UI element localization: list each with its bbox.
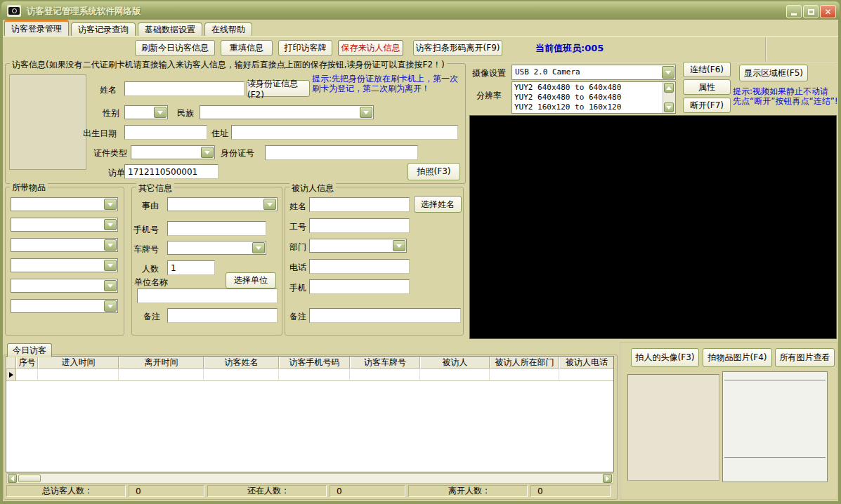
visited-phone-input[interactable] (309, 259, 410, 274)
plate-label: 车牌号 (133, 244, 159, 256)
chevron-down-icon (104, 260, 117, 271)
menu-tab-3[interactable]: 基础数据设置 (138, 22, 202, 36)
duty-officer-label: 当前值班员:005 (535, 42, 604, 55)
camera-device-select[interactable]: USB 2.0 Camera (511, 65, 676, 80)
resolution-option[interactable]: YUY2 640x480 to 640x480 (514, 93, 673, 102)
resolution-option[interactable]: YUY2 640x480 to 640x480 (514, 83, 673, 93)
table-horizontal-scrollbar[interactable] (6, 473, 613, 484)
birthdate-input[interactable] (124, 125, 207, 140)
nation-select[interactable] (200, 105, 374, 119)
column-header-5[interactable]: 访客手机号码 (279, 357, 350, 369)
plate-select[interactable] (167, 241, 266, 255)
gender-label: 性别 (103, 107, 119, 119)
display-area-button[interactable]: 显示区域框(F5) (739, 65, 808, 81)
headshot-preview-panel (627, 374, 719, 481)
column-header-1[interactable]: 序号 (16, 357, 38, 369)
id-type-label: 证件类型 (93, 147, 127, 159)
table-row[interactable] (6, 369, 613, 381)
carried-items-group: 所带物品 (5, 187, 124, 336)
disconnect-button[interactable]: 断开(F7) (683, 98, 731, 113)
select-unit-button[interactable]: 选择单位 (226, 272, 276, 289)
resolution-option[interactable]: YUY2 160x120 to 160x120 (514, 102, 673, 112)
carried-item-select-6[interactable] (11, 299, 118, 313)
visitor-mobile-input[interactable] (167, 221, 266, 236)
work-no-input[interactable] (309, 218, 410, 233)
resolution-listbox[interactable]: YUY2 640x480 to 640x480YUY2 640x480 to 6… (511, 81, 676, 114)
menu-tab-2[interactable]: 访客记录查询 (71, 22, 136, 36)
chevron-down-icon (393, 240, 405, 251)
scroll-right-icon[interactable] (603, 474, 612, 483)
column-header-8[interactable]: 被访人所在部门 (490, 357, 559, 369)
select-name-button[interactable]: 选择姓名 (414, 196, 462, 213)
connect-button[interactable]: 连结(F6) (683, 62, 731, 77)
barcode-leave-button[interactable]: 访客扫条形码离开(F9) (413, 40, 502, 56)
unit-name-input[interactable] (137, 289, 278, 303)
id-type-select[interactable] (131, 145, 215, 159)
take-photo-button[interactable]: 拍照(F3) (408, 163, 460, 180)
maximize-button[interactable] (803, 5, 819, 18)
carried-item-select-5[interactable] (11, 279, 118, 293)
print-badge-button[interactable]: 打印访客牌 (278, 40, 332, 56)
carried-item-select-4[interactable] (11, 258, 118, 272)
carried-item-select-1[interactable] (11, 197, 118, 211)
visited-name-input[interactable] (309, 197, 410, 212)
visitor-info-group-title: 访客信息(如果没有二代证刷卡机请直接输入来访客人信息，输好后直接点上面的保存按钮… (10, 59, 447, 71)
name-input[interactable] (124, 81, 245, 96)
visited-remark-input[interactable] (309, 308, 461, 323)
today-visitors-tab[interactable]: 今日访客 (7, 343, 52, 357)
table-cell (559, 369, 614, 381)
resolution-scrollbar[interactable] (663, 82, 675, 113)
column-header-4[interactable]: 访客姓名 (204, 357, 279, 369)
gender-select[interactable] (124, 105, 168, 119)
save-visitor-button[interactable]: 保存来访人信息 (338, 40, 403, 56)
id-number-input[interactable] (265, 145, 418, 160)
visited-mobile-input[interactable] (309, 279, 410, 294)
camera-video-area (469, 115, 837, 339)
scroll-up-icon[interactable] (664, 83, 674, 93)
title-bar[interactable]: 访客登记管理系统软件网络版 ✕ (1, 1, 840, 20)
chevron-down-icon (104, 280, 117, 291)
menu-tab-1[interactable]: 访客登录管理 (4, 20, 69, 36)
visited-phone-label: 电话 (289, 262, 306, 274)
column-header-6[interactable]: 访客车牌号 (350, 357, 420, 369)
still-inside-label: 还在人数 : (207, 485, 327, 497)
reason-label: 事由 (142, 200, 159, 212)
today-visitors-table[interactable]: 序号进入时间离开时间访客姓名访客手机号码访客车牌号被访人被访人所在部门被访人电话 (6, 356, 614, 472)
address-input[interactable] (231, 125, 458, 140)
carried-item-select-2[interactable] (11, 218, 118, 232)
capture-items-button[interactable]: 拍物品图片(F4) (703, 348, 772, 367)
visitor-photo-placeholder (9, 74, 86, 170)
total-visitors-label: 总访客人数 : (6, 485, 126, 497)
close-button[interactable]: ✕ (820, 5, 836, 18)
properties-button[interactable]: 属性 (683, 79, 731, 95)
column-header-7[interactable]: 被访人 (420, 357, 490, 369)
people-count-input[interactable] (167, 260, 215, 275)
visit-no-input[interactable] (124, 164, 219, 179)
department-select[interactable] (309, 239, 407, 253)
menu-tab-bar: 访客登录管理访客记录查询基础数据设置在线帮助 (4, 22, 254, 36)
id-number-label: 身份证号 (221, 147, 254, 159)
item-images-panel[interactable] (722, 371, 828, 482)
column-header-3[interactable]: 离开时间 (119, 357, 204, 369)
column-header-2[interactable]: 进入时间 (38, 357, 119, 369)
minimize-button[interactable] (786, 5, 802, 18)
view-all-images-button[interactable]: 所有图片查看 (775, 348, 835, 367)
capture-face-button[interactable]: 拍人的头像(F3) (631, 348, 699, 367)
column-header-9[interactable]: 被访人电话 (559, 357, 614, 369)
refill-info-button[interactable]: 重填信息 (221, 40, 273, 56)
chevron-down-icon (104, 300, 117, 312)
scroll-down-icon[interactable] (664, 102, 674, 112)
video-hint-line2: 先点“断开”按钮再点“连结”! (733, 97, 838, 106)
scroll-left-icon[interactable] (8, 474, 17, 483)
carried-item-select-3[interactable] (11, 238, 118, 252)
name-label: 姓名 (100, 84, 117, 96)
address-label: 住址 (211, 128, 228, 140)
scrollbar-thumb[interactable] (18, 475, 41, 482)
reason-select[interactable] (167, 197, 278, 211)
menu-tab-4[interactable]: 在线帮助 (204, 22, 252, 36)
left-count-label: 离开人数 : (408, 485, 528, 497)
visitor-mobile-label: 手机号 (133, 224, 159, 236)
read-id-card-button[interactable]: 读身份证信息(F2) (247, 80, 310, 97)
refresh-today-visitors-button[interactable]: 刷新今日访客信息 (135, 40, 215, 56)
visitor-remark-input[interactable] (167, 308, 278, 323)
